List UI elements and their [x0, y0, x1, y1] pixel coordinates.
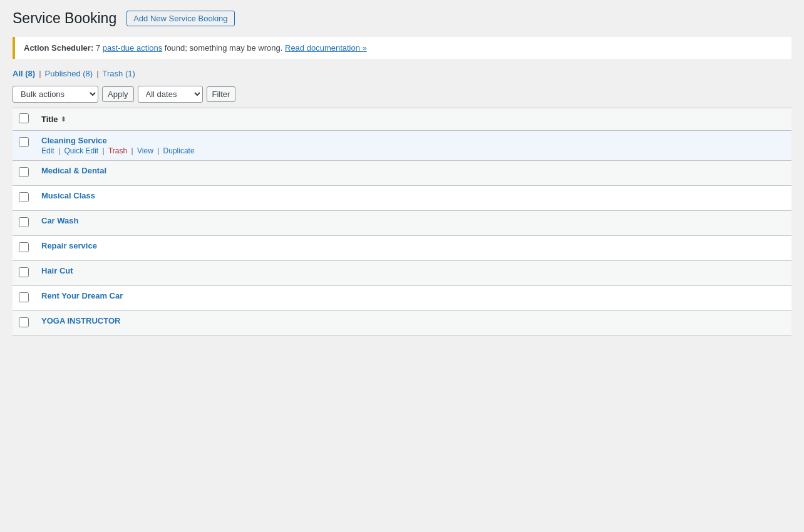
table-row: YOGA INSTRUCTOR: [13, 311, 791, 336]
notice-middle-text: found; something may be wrong.: [165, 43, 285, 53]
row-checkbox-cell: [13, 131, 35, 161]
row-checkbox[interactable]: [19, 317, 29, 327]
table-row: Cleaning ServiceEdit | Quick Edit | Tras…: [13, 131, 791, 161]
row-checkbox-cell: [13, 161, 35, 186]
row-title-cell: Repair service: [35, 236, 791, 261]
row-title-cell: Car Wash: [35, 211, 791, 236]
filter-link-trash[interactable]: Trash (1): [103, 69, 135, 78]
title-column-header[interactable]: Title ⬍: [35, 108, 791, 131]
row-action-edit[interactable]: Edit: [41, 146, 54, 155]
title-label: Title: [41, 115, 58, 124]
filter-links: All (8) | Published (8) | Trash (1): [13, 69, 791, 78]
table-row: Repair service: [13, 236, 791, 261]
row-checkbox-cell: [13, 286, 35, 311]
row-action-view[interactable]: View: [137, 146, 153, 155]
select-all-checkbox[interactable]: [19, 113, 29, 123]
table-body: Cleaning ServiceEdit | Quick Edit | Tras…: [13, 131, 791, 336]
filter-sep: |: [39, 69, 41, 78]
table-row: Hair Cut: [13, 261, 791, 286]
filter-button[interactable]: Filter: [207, 86, 236, 102]
page-title: Service Booking: [13, 10, 116, 27]
action-sep: |: [129, 146, 135, 155]
date-filter-select[interactable]: All dates: [138, 86, 203, 103]
row-checkbox[interactable]: [19, 292, 29, 302]
page-header: Service Booking Add New Service Booking: [13, 10, 791, 27]
row-title-link[interactable]: Medical & Dental: [41, 166, 106, 175]
action-sep: |: [56, 146, 63, 155]
row-checkbox-cell: [13, 311, 35, 336]
row-title-cell: Cleaning ServiceEdit | Quick Edit | Tras…: [35, 131, 791, 161]
row-title-link[interactable]: Musical Class: [41, 191, 95, 200]
table-row: Rent Your Dream Car: [13, 286, 791, 311]
row-title-cell: Rent Your Dream Car: [35, 286, 791, 311]
row-title-link[interactable]: Rent Your Dream Car: [41, 291, 123, 300]
service-booking-table: Title ⬍ Cleaning ServiceEdit | Quick Edi…: [13, 108, 791, 336]
actions-bar: Bulk actions Move to Trash Apply All dat…: [13, 86, 791, 103]
read-documentation-link[interactable]: Read documentation »: [285, 43, 367, 53]
action-sep: |: [155, 146, 162, 155]
row-checkbox[interactable]: [19, 167, 29, 177]
row-checkbox-cell: [13, 211, 35, 236]
row-checkbox-cell: [13, 236, 35, 261]
row-checkbox[interactable]: [19, 137, 29, 147]
row-title-link[interactable]: YOGA INSTRUCTOR: [41, 316, 120, 325]
notice-prefix: Action Scheduler:: [24, 43, 93, 53]
row-action-quick-edit[interactable]: Quick Edit: [64, 146, 98, 155]
table-row: Medical & Dental: [13, 161, 791, 186]
filter-sep: |: [96, 69, 98, 78]
apply-button[interactable]: Apply: [102, 86, 134, 102]
table-row: Musical Class: [13, 186, 791, 211]
row-title-cell: Musical Class: [35, 186, 791, 211]
action-sep: |: [100, 146, 106, 155]
row-checkbox-cell: [13, 186, 35, 211]
filter-link-all[interactable]: All (8): [13, 69, 35, 78]
row-title-cell: Hair Cut: [35, 261, 791, 286]
row-checkbox-cell: [13, 261, 35, 286]
row-title-link[interactable]: Hair Cut: [41, 266, 73, 275]
row-checkbox[interactable]: [19, 217, 29, 227]
row-checkbox[interactable]: [19, 192, 29, 202]
row-title-link[interactable]: Cleaning Service: [41, 136, 107, 145]
past-due-actions-link[interactable]: past-due actions: [103, 43, 162, 53]
add-new-button[interactable]: Add New Service Booking: [126, 11, 234, 26]
row-checkbox[interactable]: [19, 242, 29, 252]
row-title-cell: Medical & Dental: [35, 161, 791, 186]
row-actions: Edit | Quick Edit | Trash | View | Dupli…: [41, 146, 785, 155]
row-action-duplicate[interactable]: Duplicate: [163, 146, 195, 155]
row-title-cell: YOGA INSTRUCTOR: [35, 311, 791, 336]
filter-link-published[interactable]: Published (8): [45, 69, 93, 78]
notice-count: 7: [96, 43, 100, 53]
table-header-row: Title ⬍: [13, 108, 791, 131]
row-title-link[interactable]: Repair service: [41, 241, 97, 250]
row-checkbox[interactable]: [19, 267, 29, 277]
select-all-column: [13, 108, 35, 131]
bulk-actions-select[interactable]: Bulk actions Move to Trash: [13, 86, 98, 103]
table-row: Car Wash: [13, 211, 791, 236]
row-action-trash[interactable]: Trash: [108, 146, 127, 155]
sort-icon: ⬍: [61, 116, 66, 123]
row-title-link[interactable]: Car Wash: [41, 216, 78, 225]
action-scheduler-notice: Action Scheduler: 7 past-due actions fou…: [13, 37, 791, 59]
